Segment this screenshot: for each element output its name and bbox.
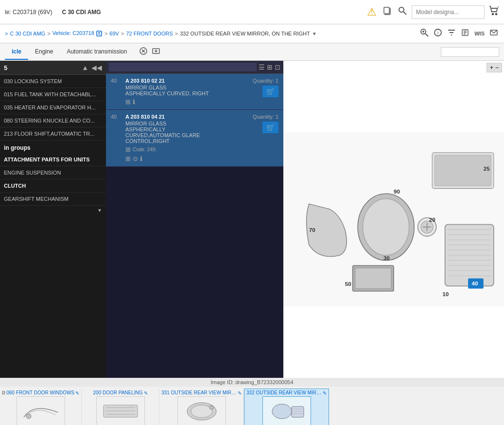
sidebar-group-gearshift[interactable]: GEARSHIFT MECHANISM — [0, 193, 106, 206]
part-2-info-icon[interactable]: ℹ — [140, 155, 142, 162]
part-2-icon-a[interactable]: ⊞ — [125, 155, 131, 162]
sidebar-item-035-code: 035 — [4, 105, 14, 110]
sidebar-expand-btn[interactable]: ◀◀ — [91, 64, 102, 71]
tab-bar: icle Engine Automatic transmission — [0, 43, 504, 61]
svg-point-29 — [363, 199, 409, 255]
diagram-zoom-out[interactable]: − — [495, 64, 499, 71]
part-2-table-icon[interactable]: ⊞ — [125, 146, 131, 153]
parts-panel: ☰ ⊞ ⊡ 40 A 203 810 02 21 MIRROR GLASSASP… — [106, 61, 283, 378]
part-1-code: A 203 810 02 21 — [125, 78, 248, 84]
svg-point-4 — [492, 14, 494, 15]
breadcrumb-bar: > C 30 CDI AMG > Vehicle: C203718 > 69V … — [0, 24, 504, 43]
thumb-1-edit-icon[interactable]: ✎ — [75, 390, 79, 396]
file-label: le: C203718 (69V) — [5, 9, 52, 16]
sidebar-item-035[interactable]: 035 HEATER AND EVAPORATOR H... — [0, 101, 106, 114]
tab-icons — [139, 46, 161, 57]
model-label: C 30 CDI AMG — [62, 9, 101, 16]
cart-button[interactable]: + — [488, 5, 499, 18]
parts-list-view-btn[interactable]: ☰ — [259, 63, 265, 71]
warning-button[interactable]: ⚠ — [366, 5, 378, 19]
svg-rect-7 — [97, 31, 102, 36]
tab-vehicle[interactable]: icle — [5, 44, 28, 60]
part-2-code: A 203 810 04 21 — [125, 114, 248, 120]
part-1-details: A 203 810 02 21 MIRROR GLASSASPHERICALLY… — [125, 78, 248, 106]
export-icon[interactable] — [460, 27, 470, 40]
wis-icon[interactable]: WIS — [473, 30, 486, 37]
part-1-add-cart-btn[interactable]: 🛒 — [262, 86, 278, 97]
search-button[interactable] — [397, 5, 408, 18]
part-item-2[interactable]: 40 A 203 810 04 21 MIRROR GLASSASPHERICA… — [106, 110, 283, 167]
parts-expand-btn[interactable]: ⊡ — [275, 63, 280, 71]
thumb-2-label-row: 200 DOOR PANELING ✎ — [93, 390, 148, 396]
breadcrumb-69v[interactable]: 69V — [109, 31, 119, 36]
svg-text:10: 10 — [442, 291, 449, 297]
svg-point-2 — [399, 7, 404, 12]
tab-search-input[interactable] — [441, 47, 499, 57]
part-2-right: Quantity: 1 🛒 — [253, 114, 278, 162]
thumb-1-img — [17, 396, 65, 425]
sidebar-section-title: in groups — [0, 141, 106, 153]
part-2-details: A 203 810 04 21 MIRROR GLASSASPHERICALLY… — [125, 114, 248, 162]
breadcrumb-dropdown[interactable]: ▼ — [312, 31, 317, 36]
part-1-number: 40 — [111, 78, 121, 106]
filter-icon[interactable] — [446, 27, 457, 40]
part-1-info-icon[interactable]: ℹ — [133, 98, 135, 106]
sidebar-item-030-name: LOCKING SYSTEM — [14, 78, 62, 84]
thumbnail-2[interactable]: 200 DOOR PANELING ✎ — [82, 389, 159, 425]
svg-point-66 — [272, 404, 292, 419]
sidebar-item-213-code: 213 — [4, 131, 14, 137]
thumbnail-1[interactable]: R 060 FRONT DOOR WINDOWS ✎ — [0, 389, 82, 425]
diagram-zoom-in[interactable]: + — [490, 64, 493, 71]
part-1-quantity: Quantity: 1 — [253, 78, 278, 84]
parts-grid-view-btn[interactable]: ⊞ — [267, 63, 273, 71]
thumbnail-4[interactable]: 332 OUTSIDE REAR VIEW MIRROR, ON THE RIG… — [244, 389, 329, 425]
part-item-1[interactable]: 40 A 203 810 02 21 MIRROR GLASSASPHERICA… — [106, 74, 283, 110]
thumb-4-edit-icon[interactable]: ✎ — [323, 390, 327, 396]
sidebar-item-035-name: HEATER AND EVAPORATOR H... — [14, 105, 95, 110]
breadcrumb-vehicle[interactable]: Vehicle: C203718 — [52, 30, 103, 37]
top-header: le: C203718 (69V) C 30 CDI AMG ⚠ + — [0, 0, 504, 24]
part-2-add-cart-btn[interactable]: 🛒 — [262, 122, 278, 133]
sidebar-group-clutch[interactable]: CLUTCH — [0, 179, 106, 193]
info-icon[interactable]: i — [433, 27, 443, 40]
part-2-icon-b[interactable]: ⊙ — [133, 155, 138, 162]
sidebar-item-213[interactable]: 213 FLOOR SHIFT,AUTOMATIC TR... — [0, 127, 106, 141]
part-1-table-icon[interactable]: ⊞ — [125, 98, 131, 106]
sidebar-item-030[interactable]: 030 LOCKING SYSTEM — [0, 75, 106, 88]
model-search-input[interactable] — [412, 5, 485, 19]
breadcrumb-sep0: > — [5, 31, 8, 36]
tab-icon-2[interactable] — [151, 46, 161, 57]
sidebar-collapse-btn[interactable]: ▲ — [82, 64, 88, 71]
thumb-2-edit-icon[interactable]: ✎ — [144, 390, 148, 396]
sidebar-item-030-code: 030 — [4, 78, 14, 84]
diagram-svg: 25 70 90 20 50 30 — [283, 61, 504, 378]
breadcrumb-c30[interactable]: C 30 CDI AMG — [10, 31, 45, 36]
tab-transmission[interactable]: Automatic transmission — [60, 44, 134, 60]
copy-button[interactable] — [382, 5, 393, 19]
thumbnail-3[interactable]: 331 OUTSIDE REAR VIEW MIRROR, ON THE LEF… — [159, 389, 244, 425]
sidebar-group-attachment[interactable]: ATTACHMENT PARTS FOR UNITS — [0, 153, 106, 166]
diagram-panel: + − 25 70 90 — [283, 61, 504, 378]
svg-text:50: 50 — [345, 281, 351, 287]
tab-engine[interactable]: Engine — [28, 44, 60, 60]
breadcrumb-action-icons: i WIS — [419, 27, 499, 40]
zoom-icon[interactable] — [419, 27, 430, 40]
thumb-3-label-row: 331 OUTSIDE REAR VIEW MIRROR, ON THE LEF… — [161, 390, 242, 396]
tab-icon-1[interactable] — [139, 46, 148, 57]
sidebar-item-080[interactable]: 080 STEERING KNUCKLE AND CO... — [0, 114, 106, 127]
parts-search-input[interactable] — [109, 63, 257, 71]
thumb-3-edit-icon[interactable]: ✎ — [238, 390, 242, 396]
email-icon[interactable] — [488, 27, 499, 40]
image-id-text: Image ID: drawing_B72332000054 — [210, 379, 293, 385]
sidebar-item-015-code: 015 — [4, 91, 14, 97]
sidebar-item-015[interactable]: 015 FUEL TANK WITH DETACHABL... — [0, 88, 106, 101]
breadcrumb-72[interactable]: 72 FRONT DOORS — [126, 31, 173, 36]
parts-toolbar: ☰ ⊞ ⊡ — [106, 61, 283, 74]
sidebar-scroll-down[interactable]: ▼ — [95, 207, 104, 214]
thumb-4-label-row: 332 OUTSIDE REAR VIEW MIRROR, ON THE RIG… — [246, 390, 327, 396]
thumb-2-label: 200 DOOR PANELING — [93, 390, 143, 395]
svg-line-11 — [425, 34, 428, 36]
parts-list: 40 A 203 810 02 21 MIRROR GLASSASPHERICA… — [106, 74, 283, 378]
svg-text:20: 20 — [429, 216, 435, 223]
sidebar-group-engine-suspension[interactable]: ENGINE SUSPENSION — [0, 166, 106, 179]
